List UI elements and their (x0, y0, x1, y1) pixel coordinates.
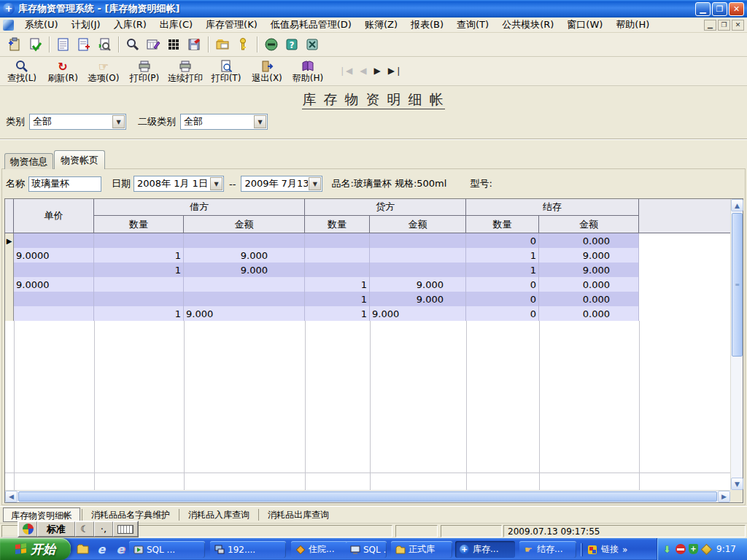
taskbar-button-sql-manager[interactable]: SQL ... (129, 541, 205, 558)
first-record-icon[interactable]: ❘◀ (338, 66, 352, 76)
child-minimize-button[interactable]: ▁ (704, 20, 716, 31)
taskbar-button-inventory-app[interactable]: + 库存... (455, 541, 515, 558)
chevron-down-icon[interactable]: ▼ (254, 115, 266, 128)
horizontal-scroll-thumb[interactable] (18, 491, 717, 502)
menu-ledger[interactable]: 账簿(Z) (358, 17, 404, 33)
menu-window[interactable]: 窗口(W) (560, 17, 609, 33)
tab-material-info[interactable]: 物资信息 (4, 153, 53, 169)
horizontal-scrollbar[interactable]: ◀ ▶ (5, 490, 730, 502)
category-select[interactable]: 全部 ▼ (29, 114, 126, 130)
bottom-tab-inventory-ledger[interactable]: 库存物资明细帐 (3, 508, 80, 522)
tray-clock[interactable]: 9:17 (716, 544, 736, 554)
table-row[interactable]: 9.0000 1 9.000 0 0.000 (5, 277, 639, 292)
taskbar-button-sql-query[interactable]: SQL ... (346, 541, 387, 558)
print-button[interactable]: 打印(P) (124, 58, 165, 85)
last-record-icon[interactable]: ▶❘ (388, 66, 402, 76)
menu-help[interactable]: 帮助(H) (609, 17, 656, 33)
vertical-scroll-thumb[interactable]: ≡ (732, 213, 743, 357)
table-row[interactable]: 1 9.000 1 9.000 0 0.000 (5, 306, 639, 321)
taskbar-button-balance[interactable]: ☛ 结存... (519, 541, 576, 558)
col-balance[interactable]: 结存 (466, 199, 639, 216)
doc-view-icon[interactable] (55, 36, 72, 53)
help-book-icon[interactable]: ? (283, 36, 301, 53)
col-credit[interactable]: 贷方 (305, 199, 466, 216)
browser-icon[interactable]: e (114, 542, 127, 556)
key-icon[interactable] (234, 36, 252, 53)
col-balance-qty[interactable]: 数量 (466, 216, 539, 233)
close-button[interactable]: ✕ (729, 2, 744, 16)
help-button[interactable]: 帮助(H) (287, 58, 328, 85)
col-debit-amount[interactable]: 金额 (184, 216, 305, 233)
continuous-print-button[interactable]: 连续打印 (165, 58, 206, 85)
col-debit-qty[interactable]: 数量 (94, 216, 184, 233)
doc-find-icon[interactable] (96, 36, 113, 53)
save-export-icon[interactable] (185, 36, 203, 53)
bottom-tab-outbound-query[interactable]: 消耗品出库查询 (260, 508, 336, 522)
paste-new-icon[interactable] (6, 36, 23, 53)
bottom-tab-dictionary[interactable]: 消耗品品名字典维护 (84, 508, 177, 522)
menu-consumables[interactable]: 低值易耗品管理(D) (264, 17, 358, 33)
subcategory-select[interactable]: 全部 ▼ (180, 114, 268, 130)
table-row[interactable]: 9.0000 1 9.000 1 9.000 (5, 248, 639, 262)
table-row[interactable]: 1 9.000 1 9.000 (5, 262, 639, 277)
scroll-right-icon[interactable]: ▶ (718, 491, 730, 502)
chevron-down-icon[interactable]: ▼ (210, 177, 222, 190)
menu-outbound[interactable]: 出库(C) (153, 17, 199, 33)
prev-record-icon[interactable]: ◀ (360, 66, 366, 76)
child-window-icon[interactable] (3, 20, 14, 31)
folder-icon[interactable] (76, 542, 89, 556)
ime-mode-button[interactable]: 标准 (37, 521, 75, 537)
name-input[interactable] (28, 176, 101, 192)
exit-button[interactable]: 退出(X) (247, 58, 287, 85)
taskbar-button-remote[interactable]: 192.... (210, 541, 286, 558)
ime-punctuation-icon[interactable]: ·, (94, 521, 113, 537)
date-to-select[interactable]: 2009年 7月13日 ▼ (241, 176, 322, 192)
col-balance-amount[interactable]: 金额 (539, 216, 639, 233)
zoom-icon[interactable] (124, 36, 142, 53)
bottom-tab-inbound-query[interactable]: 消耗品入库查询 (181, 508, 257, 522)
table-row[interactable]: ▶ 0 0.000 (5, 233, 639, 248)
folder-send-icon[interactable] (214, 36, 231, 53)
refresh-button[interactable]: ↻ 刷新(R) (42, 58, 83, 85)
close-box-icon[interactable] (303, 36, 321, 53)
scroll-down-icon[interactable]: ▼ (731, 478, 743, 490)
menu-common[interactable]: 公共模块(R) (495, 17, 560, 33)
restore-button[interactable]: ❐ (712, 2, 727, 16)
menu-inbound[interactable]: 入库(R) (107, 17, 153, 33)
menu-plan[interactable]: 计划(J) (65, 17, 107, 33)
menu-system[interactable]: 系统(U) (18, 17, 65, 33)
next-record-icon[interactable]: ▶ (374, 66, 381, 76)
ie-icon[interactable]: e (95, 542, 108, 556)
taskbar-button-folder[interactable]: 正式库 (391, 541, 452, 558)
col-credit-amount[interactable]: 金额 (370, 216, 466, 233)
col-debit[interactable]: 借方 (94, 199, 305, 216)
stop-circle-icon[interactable] (263, 36, 280, 53)
menu-inventory[interactable]: 库存管理(K) (199, 17, 264, 33)
tray-download-icon[interactable]: ⬇ (662, 544, 673, 555)
minimize-button[interactable]: ▁ (695, 2, 711, 16)
child-close-button[interactable]: ✕ (732, 20, 744, 31)
col-credit-qty[interactable]: 数量 (305, 216, 370, 233)
col-unit-price[interactable]: 单价 (14, 199, 94, 233)
scroll-left-icon[interactable]: ◀ (5, 491, 18, 502)
tray-blocked-icon[interactable] (675, 544, 686, 555)
menu-reports[interactable]: 报表(B) (404, 17, 450, 33)
ime-fullhalf-icon[interactable]: ☾ (75, 521, 94, 537)
messenger-icon[interactable] (587, 544, 597, 555)
tray-shield-icon[interactable]: + (688, 544, 699, 555)
doc-add-icon[interactable] (75, 36, 93, 53)
chevron-right-icon[interactable]: » (622, 545, 627, 555)
vertical-scrollbar[interactable]: ▲ ≡ ▼ (730, 199, 743, 490)
toolbar-grip[interactable] (581, 543, 583, 556)
calendar-edit-icon[interactable] (144, 36, 162, 53)
print-preview-button[interactable]: 打印(T) (206, 58, 247, 85)
table-row[interactable]: 1 9.000 0 0.000 (5, 292, 639, 306)
chevron-down-icon[interactable]: ▼ (112, 115, 125, 128)
tab-material-ledger[interactable]: 物资帐页 (54, 150, 105, 169)
options-button[interactable]: ☞ 选项(O) (83, 58, 124, 85)
grid-cells-icon[interactable] (165, 36, 182, 53)
menu-query[interactable]: 查询(T) (450, 17, 495, 33)
paste-approve-icon[interactable] (26, 36, 44, 53)
chevron-down-icon[interactable]: ▼ (309, 177, 321, 190)
date-from-select[interactable]: 2008年 1月 1日 ▼ (133, 176, 224, 192)
